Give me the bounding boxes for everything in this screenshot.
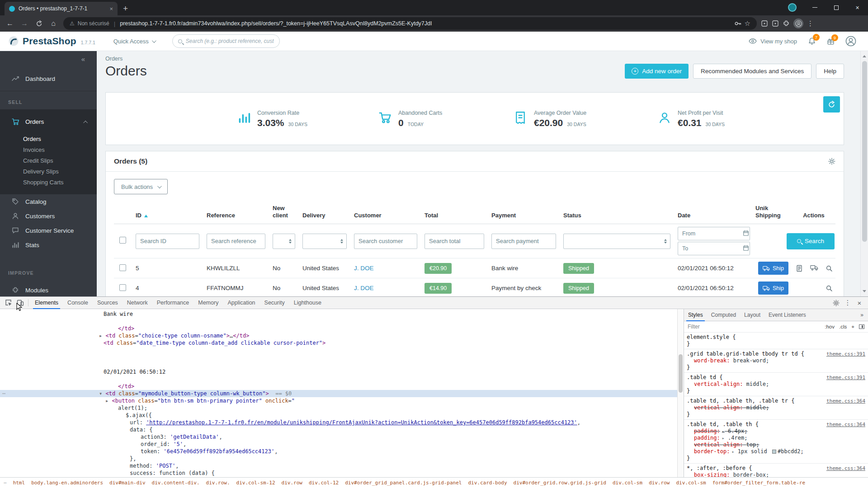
styles-filter-input[interactable]: Filter	[688, 324, 820, 330]
page-scrollbar[interactable]	[860, 51, 868, 296]
date-to-input[interactable]	[678, 242, 750, 255]
devtools-settings-gear-icon[interactable]	[830, 297, 842, 309]
dom-tree-line[interactable]: ▸ <td class="choice-type column-osname">…	[0, 332, 677, 339]
devtools-tab-elements[interactable]: Elements	[30, 297, 63, 309]
add-new-order-button[interactable]: + Add new order	[625, 64, 689, 79]
dom-tree-line[interactable]	[0, 375, 677, 383]
forward-icon[interactable]: →	[18, 17, 31, 30]
bookmark-star-icon[interactable]: ☆	[745, 19, 750, 28]
home-icon[interactable]: ⌂	[47, 17, 60, 30]
prestashop-logo[interactable]: PrestaShop 1.7.7.1	[8, 36, 95, 47]
dom-breadcrumb-item[interactable]: div.col-sm	[613, 480, 642, 486]
tab-close-icon[interactable]: ×	[109, 5, 113, 12]
sidebar-subitem-credit-slips[interactable]: Credit Slips	[0, 155, 97, 166]
stylesheet-link[interactable]: theme.css:364	[826, 398, 865, 404]
css-rule[interactable]: .table td {theme.css:391vertical-align: …	[684, 373, 868, 396]
dom-tree-line[interactable]: action3: 'getDetailData',	[0, 433, 677, 441]
devtools-tab-lighthouse[interactable]: Lighthouse	[289, 297, 326, 309]
dom-tree-line[interactable]: ▸ <button class="btn btn-sm btn-primary …	[0, 397, 677, 404]
more-tabs-icon[interactable]: »	[860, 312, 868, 318]
search-reference-input[interactable]	[207, 234, 265, 249]
inspect-element-icon[interactable]	[3, 297, 14, 309]
notifications-bell[interactable]: 7	[808, 37, 816, 45]
reload-icon[interactable]	[32, 17, 46, 30]
help-button[interactable]: Help	[816, 64, 844, 79]
css-rule[interactable]: .table td, .table th, .table tr {theme.c…	[684, 396, 868, 420]
sidebar-item-customer-service[interactable]: Customer Service	[0, 223, 97, 238]
browser-profile-chip-icon[interactable]	[788, 3, 797, 12]
dom-tree-line[interactable]: method: 'POST',	[0, 462, 677, 469]
view-my-shop-link[interactable]: View my shop	[749, 38, 797, 45]
kpi-refresh-button[interactable]	[823, 96, 840, 113]
scroll-down-icon[interactable]	[863, 290, 866, 294]
calendar-icon[interactable]	[743, 245, 749, 251]
dom-tree-line[interactable]: </td>	[0, 383, 677, 390]
sidebar-item-customers[interactable]: Customers	[0, 209, 97, 223]
toggle-hover-state-button[interactable]: :hov	[825, 324, 835, 329]
sort-asc-icon[interactable]	[144, 215, 148, 217]
stylesheet-link[interactable]: theme.css:391	[826, 351, 865, 357]
styles-tab[interactable]: Styles	[684, 309, 707, 321]
bulk-actions-button[interactable]: Bulk actions	[114, 179, 168, 194]
devtools-tab-console[interactable]: Console	[63, 297, 93, 309]
scroll-up-icon[interactable]	[863, 53, 866, 57]
css-property[interactable]: vertical-align: top;	[687, 441, 865, 448]
css-property[interactable]: padding:▸ 6.4px;	[687, 428, 865, 435]
dom-tree-line[interactable]: success: function (data) {	[0, 469, 677, 477]
computed-tab[interactable]: Computed	[707, 309, 740, 321]
devtools-tab-performance[interactable]: Performance	[152, 297, 194, 309]
sidebar-item-modules[interactable]: Modules	[0, 283, 97, 296]
select-all-checkbox[interactable]	[119, 237, 126, 244]
col-id[interactable]: ID	[132, 212, 203, 224]
admin-search-input[interactable]	[186, 38, 274, 44]
dom-breadcrumb-item[interactable]: div#main-div	[109, 480, 145, 486]
window-minimize-button[interactable]	[804, 0, 826, 15]
dom-breadcrumb-item[interactable]: div.row	[282, 480, 302, 486]
devtools-tab-security[interactable]: Security	[260, 297, 289, 309]
row-checkbox[interactable]	[119, 264, 126, 271]
col-delivery[interactable]: Delivery	[299, 212, 350, 224]
browser-profile-avatar[interactable]	[793, 19, 803, 28]
recommended-modules-button[interactable]: Recommended Modules and Services	[693, 64, 811, 79]
dom-tree-line[interactable]: $.ajax({	[0, 412, 677, 419]
css-rule[interactable]: .grid table.grid-table tbody tr td {them…	[684, 349, 868, 373]
computed-sidebar-toggle-icon[interactable]	[859, 324, 864, 329]
password-key-icon[interactable]	[734, 20, 741, 27]
breadcrumb-overflow-icon[interactable]: ⋯	[4, 480, 7, 486]
dom-tree-line[interactable]: <td class="date_time-type column-date_ad…	[0, 339, 677, 347]
col-total[interactable]: Total	[421, 212, 488, 224]
order-details-icon[interactable]	[796, 265, 803, 272]
col-new-client[interactable]: New client	[269, 205, 299, 224]
css-rule[interactable]: element.style {}	[684, 333, 868, 349]
stylesheet-link[interactable]: theme.css:364	[826, 421, 865, 428]
order-row[interactable]: 5 KHWLILZLL No United States J. DOE €20.…	[114, 258, 835, 278]
dom-breadcrumb-item[interactable]: div.col-12	[309, 480, 339, 486]
dom-breadcrumb-item[interactable]: form#order_filter_form.table-re	[712, 480, 805, 486]
devtools-tab-application[interactable]: Application	[223, 297, 259, 309]
calendar-icon[interactable]	[743, 230, 749, 236]
dom-breadcrumb-item[interactable]: div.row.	[206, 480, 230, 486]
sidebar-collapse-icon[interactable]: «	[81, 55, 85, 63]
dom-breadcrumb-item[interactable]: body.lang-en.adminorders	[31, 480, 103, 486]
quick-access-menu[interactable]: Quick Access	[113, 38, 155, 45]
stylesheet-link[interactable]: theme.css:391	[826, 374, 865, 381]
account-avatar[interactable]	[845, 36, 856, 47]
css-property[interactable]: border-top:▸ 1px solid #bbcdd2;	[687, 448, 865, 455]
dom-tree-line[interactable]: url: 'http://prestashop.1-7-7-1.fr0.fr/e…	[0, 419, 677, 426]
dom-tree-line[interactable]	[0, 347, 677, 354]
layout-tab[interactable]: Layout	[740, 309, 764, 321]
browser-menu-kebab-icon[interactable]: ⋮	[807, 19, 814, 28]
devtools-tab-sources[interactable]: Sources	[93, 297, 123, 309]
devtools-kebab-icon[interactable]: ⋮	[842, 297, 854, 309]
dom-breadcrumb-item[interactable]: div#order_grid.row.grid.js-grid	[514, 480, 606, 486]
announcements-gift[interactable]: 9	[827, 38, 835, 45]
ship-button[interactable]: Ship	[758, 262, 788, 275]
search-id-input[interactable]	[136, 234, 199, 249]
dom-tree-line[interactable]	[0, 354, 677, 361]
address-bar[interactable]: ⚠ Non sécurisé | prestashop.1-7-7-1.fr0.…	[63, 17, 757, 30]
extensions-puzzle-icon[interactable]	[783, 20, 790, 27]
devtools-tab-network[interactable]: Network	[123, 297, 152, 309]
dom-tree-line[interactable]: token: '6e457e06d59ff892bfa954ed65cc4123…	[0, 448, 677, 455]
search-button[interactable]: Search	[787, 233, 835, 249]
order-row[interactable]: 4 FFATNOMMJ No United States J. DOE €14.…	[114, 278, 835, 296]
